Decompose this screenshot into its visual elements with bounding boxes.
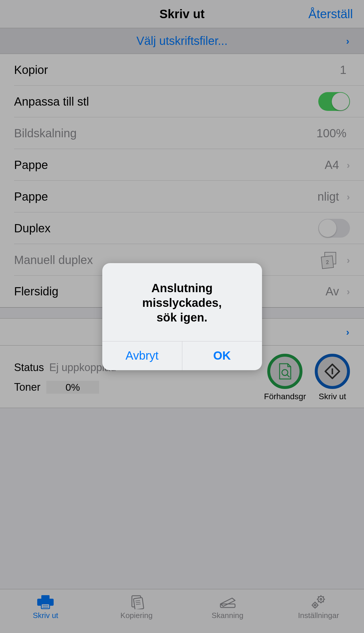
alert-title: Anslutning misslyckades, sök igen. [114,281,250,325]
modal-overlay: Anslutning misslyckades, sök igen. Avbry… [0,0,364,633]
alert-ok-button[interactable]: OK [182,341,262,370]
alert-cancel-button[interactable]: Avbryt [102,341,182,370]
print-screen: Skriv ut Återställ Välj utskriftsfiler..… [0,0,364,633]
alert-dialog: Anslutning misslyckades, sök igen. Avbry… [102,263,262,370]
